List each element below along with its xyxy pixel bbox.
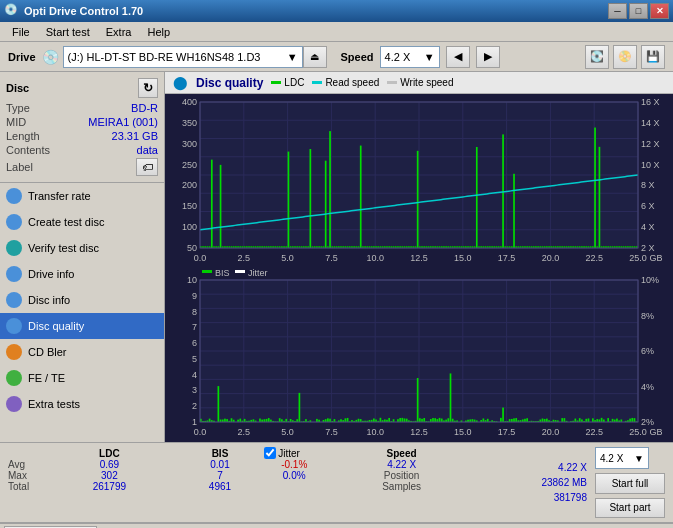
avg-speed: 4.22 X — [324, 459, 479, 470]
speed-next[interactable]: ▶ — [476, 46, 500, 68]
main-content: Disc ↻ Type BD-R MID MEIRA1 (001) Length… — [0, 72, 673, 442]
start-full-button[interactable]: Start full — [595, 473, 665, 494]
speed-stat-val: 4.22 X — [558, 462, 587, 473]
disc-mid-val: MEIRA1 (001) — [88, 116, 158, 128]
row-max-label: Max — [8, 470, 43, 481]
disc-length-key: Length — [6, 130, 40, 142]
menu-file[interactable]: File — [4, 24, 38, 40]
jitter-check-cell: Jitter — [264, 447, 324, 459]
legend-read-speed: Read speed — [312, 77, 379, 88]
lower-chart — [165, 268, 673, 442]
nav-label-cd-bler: CD Bler — [28, 346, 67, 358]
nav-label-fe-te: FE / TE — [28, 372, 65, 384]
sidebar-item-disc-info[interactable]: Disc info — [0, 287, 164, 313]
disc-button2[interactable]: 📀 — [613, 45, 637, 69]
position-stat-val: 23862 MB — [541, 477, 587, 488]
save-button[interactable]: 💾 — [641, 45, 665, 69]
sidebar-item-extra-tests[interactable]: Extra tests — [0, 391, 164, 417]
disc-info-icon — [6, 292, 22, 308]
legend-ldc: LDC — [271, 77, 304, 88]
sidebar-item-drive-info[interactable]: Drive info — [0, 261, 164, 287]
avg-bis: 0.01 — [176, 459, 264, 470]
window-controls: ─ □ ✕ — [608, 3, 669, 19]
menubar: File Start test Extra Help — [0, 22, 673, 42]
start-part-button[interactable]: Start part — [595, 498, 665, 519]
sidebar-item-verify-test-disc[interactable]: Verify test disc — [0, 235, 164, 261]
menu-starttest[interactable]: Start test — [38, 24, 98, 40]
sidebar-item-fe-te[interactable]: FE / TE — [0, 365, 164, 391]
nav-label-disc-info: Disc info — [28, 294, 70, 306]
extra-tests-icon — [6, 396, 22, 412]
app-title: Opti Drive Control 1.70 — [24, 5, 608, 17]
disc-refresh-button[interactable]: ↻ — [138, 78, 158, 98]
col-ldc: LDC — [43, 447, 176, 459]
legend-ldc-label: LDC — [284, 77, 304, 88]
disc-contents-key: Contents — [6, 144, 50, 156]
total-jitter — [264, 481, 324, 492]
cd-bler-icon — [6, 344, 22, 360]
nav-label-transfer-rate: Transfer rate — [28, 190, 91, 202]
sidebar-item-disc-quality[interactable]: Disc quality — [0, 313, 164, 339]
verify-test-disc-icon — [6, 240, 22, 256]
maximize-button[interactable]: □ — [629, 3, 648, 19]
stats-bar: LDC BIS Jitter Speed Avg 0.69 0.01 -0.1%… — [0, 442, 673, 522]
titlebar: 💿 Opti Drive Control 1.70 ─ □ ✕ — [0, 0, 673, 22]
speed-selector[interactable]: 4.2 X ▼ — [380, 46, 440, 68]
position-label: Position — [324, 470, 479, 481]
fe-te-icon — [6, 370, 22, 386]
nav-label-extra-tests: Extra tests — [28, 398, 80, 410]
legend-read-speed-label: Read speed — [325, 77, 379, 88]
menu-extra[interactable]: Extra — [98, 24, 140, 40]
col-speed: Speed — [324, 447, 479, 459]
upper-chart — [165, 94, 673, 268]
avg-ldc: 0.69 — [43, 459, 176, 470]
speed-stats-panel: 4.22 X 23862 MB 381798 — [487, 447, 587, 518]
disc-contents-val: data — [137, 144, 158, 156]
menu-help[interactable]: Help — [139, 24, 178, 40]
total-bis: 4961 — [176, 481, 264, 492]
speed-label: Speed — [341, 51, 374, 63]
nav-label-verify-test-disc: Verify test disc — [28, 242, 99, 254]
avg-jitter: -0.1% — [264, 459, 324, 470]
row-total-label: Total — [8, 481, 43, 492]
nav-label-drive-info: Drive info — [28, 268, 74, 280]
disc-header-label: Disc — [6, 82, 29, 94]
disc-button1[interactable]: 💽 — [585, 45, 609, 69]
disc-type-key: Type — [6, 102, 30, 114]
drive-label: Drive — [8, 51, 36, 63]
samples-stat-val: 381798 — [554, 492, 587, 503]
disc-length-val: 23.31 GB — [112, 130, 158, 142]
transfer-rate-icon — [6, 188, 22, 204]
nav-label-disc-quality: Disc quality — [28, 320, 84, 332]
charts-container — [165, 94, 673, 442]
drive-selector[interactable]: (J:) HL-DT-ST BD-RE WH16NS48 1.D3 ▼ — [63, 46, 303, 68]
max-jitter: 0.0% — [264, 470, 324, 481]
close-button[interactable]: ✕ — [650, 3, 669, 19]
samples-label: Samples — [324, 481, 479, 492]
max-bis: 7 — [176, 470, 264, 481]
drive-icon: 💿 — [42, 49, 59, 65]
disc-label-key: Label — [6, 161, 33, 173]
speed-dropdown[interactable]: 4.2 X▼ — [595, 447, 649, 469]
disc-type-val: BD-R — [131, 102, 158, 114]
minimize-button[interactable]: ─ — [608, 3, 627, 19]
jitter-checkbox[interactable] — [264, 447, 276, 459]
disc-quality-icon — [6, 318, 22, 334]
legend-write-speed: Write speed — [387, 77, 453, 88]
eject-button[interactable]: ⏏ — [303, 46, 327, 68]
status-row: Status window >> 100.0% 32:02 — [0, 524, 673, 528]
sidebar-item-cd-bler[interactable]: CD Bler — [0, 339, 164, 365]
app-icon: 💿 — [4, 3, 20, 19]
sidebar-item-transfer-rate[interactable]: Transfer rate — [0, 183, 164, 209]
speed-prev[interactable]: ◀ — [446, 46, 470, 68]
legend-write-speed-label: Write speed — [400, 77, 453, 88]
chart-title: Disc quality — [196, 76, 263, 90]
max-ldc: 302 — [43, 470, 176, 481]
sidebar-nav: Transfer rate Create test disc Verify te… — [0, 183, 164, 442]
stats-table: LDC BIS Jitter Speed Avg 0.69 0.01 -0.1%… — [8, 447, 479, 518]
total-ldc: 261799 — [43, 481, 176, 492]
sidebar-item-create-test-disc[interactable]: Create test disc — [0, 209, 164, 235]
disc-mid-key: MID — [6, 116, 26, 128]
disc-label-button[interactable]: 🏷 — [136, 158, 158, 176]
col-bis: BIS — [176, 447, 264, 459]
